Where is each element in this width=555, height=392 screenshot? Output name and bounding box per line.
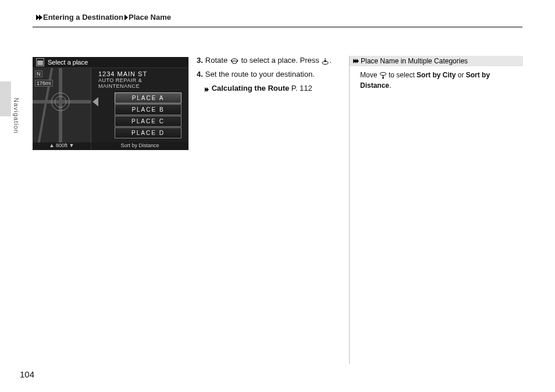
list-item: PLACE B — [115, 104, 182, 115]
reference-arrow-icon — [205, 87, 208, 92]
nav-list-panel: 1234 MAIN ST AUTO REPAIR & MAINTENANCE P… — [91, 68, 188, 142]
step-number: 4. — [197, 69, 203, 80]
instruction-steps: 3. Rotate to select a place. Press — [197, 55, 333, 94]
step-4: 4. Set the route to your destination. — [197, 69, 333, 80]
reference-title: Calculating the Route — [212, 84, 290, 92]
svg-marker-8 — [382, 77, 384, 79]
press-knob-icon — [321, 57, 329, 65]
nav-sort-label: Sort by Distance — [91, 142, 188, 150]
nav-title: Select a place — [48, 59, 88, 66]
left-arrow-icon — [92, 97, 98, 106]
breadcrumb-section: Entering a Destination — [43, 13, 123, 22]
breadcrumb: Entering a Destination Place Name — [36, 13, 171, 22]
rotate-knob-icon — [230, 57, 239, 65]
info-sidebar: Place Name in Multiple Categories Move t… — [349, 56, 523, 364]
manual-page: Entering a Destination Place Name Naviga… — [0, 0, 555, 392]
nav-title-bar: Select a place — [33, 57, 188, 68]
sidebar-arrow-icon — [353, 59, 358, 63]
move-knob-down-icon — [379, 72, 387, 80]
north-up-icon: N — [35, 70, 42, 77]
home-icon — [36, 58, 44, 66]
svg-point-2 — [232, 60, 237, 63]
list-item: PLACE C — [115, 116, 182, 127]
nav-scale: ▲ 800ft ▼ — [33, 142, 91, 150]
list-item: PLACE A — [115, 92, 182, 104]
breadcrumb-subsection: Place Name — [129, 13, 171, 22]
page-number: 104 — [20, 369, 34, 379]
svg-point-6 — [380, 72, 386, 75]
breadcrumb-arrow-icon — [124, 15, 127, 20]
step-number: 3. — [197, 55, 203, 66]
step-3: 3. Rotate to select a place. Press — [197, 55, 333, 66]
sort-by-city-label: Sort by City — [417, 71, 456, 79]
nav-address-line1: 1234 MAIN ST — [98, 70, 185, 77]
nav-place-list: PLACE A PLACE B PLACE C PLACE D — [115, 92, 182, 138]
step-text: Set the route to your destination. — [205, 69, 333, 80]
reference-page: P. 112 — [289, 84, 312, 92]
side-section-label: Navigation — [13, 98, 20, 134]
nav-screenshot: Select a place N 176mi 1234 MAIN ST AUTO… — [33, 57, 188, 150]
list-item: PLACE D — [115, 127, 182, 138]
sidebar-title-row: Place Name in Multiple Categories — [350, 56, 523, 66]
sidebar-title: Place Name in Multiple Categories — [361, 57, 468, 65]
nav-address-line2: AUTO REPAIR & MAINTENANCE — [98, 77, 185, 89]
step-text: Rotate to select a place. Press — [205, 55, 333, 66]
breadcrumb-arrows-icon — [36, 15, 42, 20]
nav-distance: 176mi — [35, 80, 53, 87]
step-4-reference: Calculating the Route P. 112 — [205, 83, 333, 94]
sidebar-body: Move to select Sort by City or Sort by D… — [350, 66, 523, 91]
header-rule — [33, 27, 522, 27]
nav-map: N 176mi — [33, 68, 91, 142]
side-tab — [0, 81, 11, 116]
